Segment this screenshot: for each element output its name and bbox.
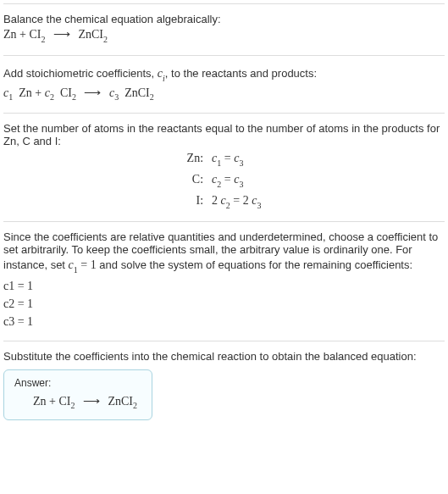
balance-row: 2 c2 = 2 c3 — [212, 191, 445, 211]
balance-row: c1 = c3 — [212, 149, 445, 169]
unbalanced-equation: Zn + CI2 ⟶ ZnCI2 — [3, 25, 445, 45]
product-1: ZnCI — [78, 28, 103, 41]
answer-intro: Substitute the coefficients into the che… — [3, 350, 445, 363]
reactant-1: Zn — [3, 28, 17, 41]
arrow-icon: ⟶ — [79, 84, 106, 102]
section-solve: Since the coefficients are relative quan… — [3, 221, 445, 341]
element-label-c: C: — [3, 173, 203, 186]
reactant-2: CI — [29, 28, 41, 41]
balanced-equation: Zn + CI2 ⟶ ZnCI2 — [14, 392, 141, 412]
coeff-equation: c1 Zn + c2 CI2 ⟶ c3 ZnCI2 — [3, 84, 445, 103]
element-label-i: I: — [3, 194, 203, 208]
section-problem: Balance the chemical equation algebraica… — [3, 3, 445, 55]
reactant-2-sub: 2 — [41, 35, 45, 44]
solve-intro: Since the coefficients are relative quan… — [3, 230, 445, 275]
balance-table: Zn: c1 = c3 C: c2 = c3 I: 2 c2 = 2 c3 — [3, 147, 445, 210]
coeff-intro: Add stoichiometric coefficients, ci, to … — [3, 64, 445, 84]
coeff-line: c2 = 1 — [3, 295, 445, 313]
section-answer: Substitute the coefficients into the che… — [3, 341, 445, 431]
balance-intro: Set the number of atoms in the reactants… — [3, 122, 445, 147]
coeff-line: c1 = 1 — [3, 277, 445, 295]
section-add-coeffs: Add stoichiometric coefficients, ci, to … — [3, 55, 445, 114]
balance-row: c2 = c3 — [212, 170, 445, 190]
element-label-zn: Zn: — [3, 152, 203, 165]
section-atom-balance: Set the number of atoms in the reactants… — [3, 113, 445, 220]
plus: + — [17, 28, 30, 41]
arrow-icon: ⟶ — [78, 392, 105, 410]
product-1-sub: 2 — [103, 35, 108, 44]
arrow-icon: ⟶ — [48, 25, 75, 43]
answer-label: Answer: — [14, 377, 141, 389]
coefficient-solution: c1 = 1 c2 = 1 c3 = 1 — [3, 275, 445, 330]
coeff-line: c3 = 1 — [3, 313, 445, 330]
answer-box: Answer: Zn + CI2 ⟶ ZnCI2 — [3, 369, 152, 421]
problem-intro: Balance the chemical equation algebraica… — [3, 13, 445, 25]
